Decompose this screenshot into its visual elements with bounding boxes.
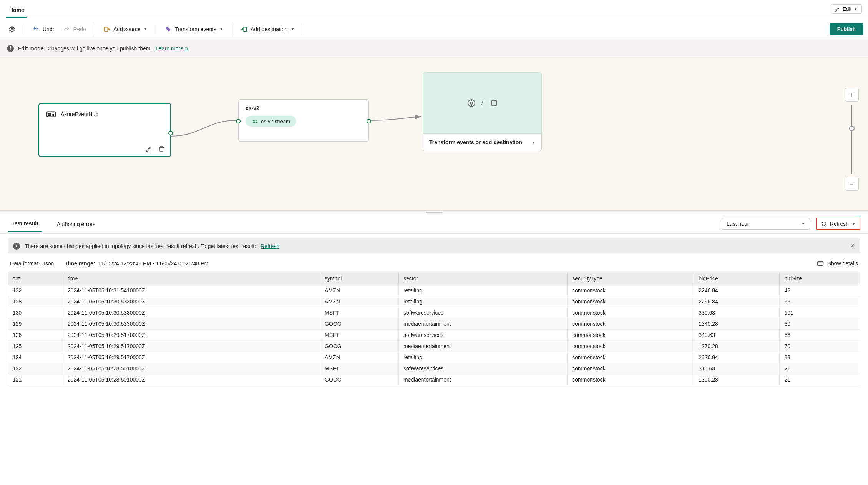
table-row[interactable]: 1322024-11-05T05:10:31.5410000ZAMZNretai…: [8, 285, 860, 296]
topology-warning-text: There are some changes applied in topolo…: [25, 243, 256, 249]
trash-icon[interactable]: [158, 145, 165, 152]
column-header[interactable]: cnt: [8, 272, 63, 285]
node-output-port[interactable]: [168, 131, 173, 135]
tab-home[interactable]: Home: [6, 2, 27, 18]
time-range-value: 11/05/24 12:23:48 PM - 11/05/24 01:23:48…: [98, 260, 209, 267]
edit-button-label: Edit: [843, 6, 851, 12]
table-cell: 2024-11-05T05:10:31.5410000Z: [63, 285, 320, 296]
table-cell: 2266.84: [694, 296, 780, 307]
edit-button[interactable]: Edit ▼: [831, 4, 862, 14]
result-meta: Data format: Json Time range: 11/05/24 1…: [0, 253, 868, 272]
node-es-v2[interactable]: es-v2 es-v2-stream: [238, 99, 369, 142]
table-cell: 126: [8, 330, 63, 341]
target-dropdown[interactable]: Transform events or add destination ▼: [423, 134, 542, 151]
topology-warning: i There are some changes applied in topo…: [8, 238, 860, 253]
target-dropdown-label: Transform events or add destination: [429, 139, 522, 145]
table-cell: 66: [780, 330, 860, 341]
svg-rect-2: [243, 27, 247, 31]
table-cell: MSFT: [320, 307, 399, 318]
table-cell: 1300.28: [694, 374, 780, 385]
time-range-dropdown[interactable]: Last hour ▼: [722, 218, 810, 230]
time-range-label: Time range:: [65, 260, 95, 267]
table-cell: 30: [780, 318, 860, 330]
table-cell: 2024-11-05T05:10:29.5170000Z: [63, 341, 320, 352]
close-icon[interactable]: ✕: [850, 242, 855, 250]
flow-canvas[interactable]: AzureEventHub es-v2 es-v2-stream /: [0, 57, 868, 211]
toolbar-separator: [24, 22, 24, 36]
column-header[interactable]: bidSize: [780, 272, 860, 285]
node-title: es-v2: [246, 105, 362, 111]
undo-button[interactable]: Undo: [29, 23, 59, 35]
table-cell: 33: [780, 352, 860, 363]
add-destination-label: Add destination: [251, 26, 288, 32]
undo-icon: [33, 26, 40, 33]
table-cell: 21: [780, 374, 860, 385]
time-range-dropdown-label: Last hour: [727, 221, 749, 227]
table-row[interactable]: 1212024-11-05T05:10:28.5010000ZGOOGmedia…: [8, 374, 860, 385]
table-cell: commonstock: [568, 341, 694, 352]
show-details-button[interactable]: Show details: [817, 260, 858, 267]
node-output-port[interactable]: [367, 119, 371, 123]
chevron-down-icon[interactable]: ▼: [852, 222, 856, 226]
svg-rect-11: [817, 262, 823, 266]
table-row[interactable]: 1282024-11-05T05:10:30.5330000ZAMZNretai…: [8, 296, 860, 307]
table-row[interactable]: 1302024-11-05T05:10:30.5330000ZMSFTsoftw…: [8, 307, 860, 318]
transform-events-button[interactable]: Transform events ▼: [161, 23, 227, 35]
stream-pill[interactable]: es-v2-stream: [246, 116, 296, 127]
table-cell: MSFT: [320, 363, 399, 374]
node-azure-event-hub[interactable]: AzureEventHub: [38, 103, 171, 157]
table-row[interactable]: 1242024-11-05T05:10:29.5170000ZAMZNretai…: [8, 352, 860, 363]
column-header[interactable]: bidPrice: [694, 272, 780, 285]
zoom-out-button[interactable]: －: [845, 177, 859, 191]
settings-button[interactable]: [5, 23, 19, 35]
table-cell: 124: [8, 352, 63, 363]
chevron-down-icon: ▼: [531, 140, 535, 145]
separator: /: [481, 100, 483, 106]
topology-refresh-link[interactable]: Refresh: [261, 243, 279, 249]
tab-test-result[interactable]: Test result: [8, 215, 42, 232]
pencil-icon[interactable]: [146, 145, 153, 152]
node-input-port[interactable]: [236, 119, 241, 123]
external-link-icon: ⧉: [185, 46, 188, 52]
svg-rect-10: [492, 100, 496, 106]
edit-mode-title: Edit mode: [18, 45, 44, 52]
table-row[interactable]: 1252024-11-05T05:10:29.5170000ZGOOGmedia…: [8, 341, 860, 352]
column-header[interactable]: time: [63, 272, 320, 285]
info-icon: i: [7, 45, 14, 52]
table-cell: MSFT: [320, 330, 399, 341]
table-row[interactable]: 1222024-11-05T05:10:28.5010000ZMSFTsoftw…: [8, 363, 860, 374]
zoom-slider-thumb[interactable]: [849, 126, 855, 131]
zoom-slider[interactable]: [851, 105, 852, 174]
table-cell: mediaentertainment: [398, 341, 567, 352]
redo-button[interactable]: Redo: [59, 23, 90, 35]
chevron-down-icon: ▼: [801, 222, 805, 226]
table-cell: 101: [780, 307, 860, 318]
learn-more-link[interactable]: Learn more ⧉: [156, 45, 188, 52]
column-header[interactable]: symbol: [320, 272, 399, 285]
add-destination-button[interactable]: Add destination ▼: [237, 23, 298, 35]
table-row[interactable]: 1292024-11-05T05:10:30.5330000ZGOOGmedia…: [8, 318, 860, 330]
refresh-button[interactable]: Refresh: [821, 221, 849, 227]
table-cell: softwareservices: [398, 307, 567, 318]
add-source-button[interactable]: Add source ▼: [100, 23, 151, 35]
svg-point-5: [50, 113, 51, 114]
column-header[interactable]: sector: [398, 272, 567, 285]
table-cell: 70: [780, 341, 860, 352]
svg-point-4: [49, 113, 50, 114]
learn-more-label: Learn more: [156, 45, 183, 52]
zoom-in-button[interactable]: ＋: [845, 88, 859, 102]
publish-button[interactable]: Publish: [830, 23, 863, 35]
redo-label: Redo: [73, 26, 86, 32]
details-icon: [817, 261, 824, 266]
table-cell: 21: [780, 363, 860, 374]
panel-splitter[interactable]: [0, 211, 868, 214]
table-cell: commonstock: [568, 330, 694, 341]
table-row[interactable]: 1262024-11-05T05:10:29.5170000ZMSFTsoftw…: [8, 330, 860, 341]
table-cell: 2326.84: [694, 352, 780, 363]
undo-label: Undo: [43, 26, 55, 32]
column-header[interactable]: securityType: [568, 272, 694, 285]
refresh-icon: [821, 221, 827, 227]
tab-authoring-errors[interactable]: Authoring errors: [53, 216, 99, 232]
chevron-down-icon: ▼: [219, 27, 223, 31]
table-cell: 2024-11-05T05:10:30.5330000Z: [63, 307, 320, 318]
